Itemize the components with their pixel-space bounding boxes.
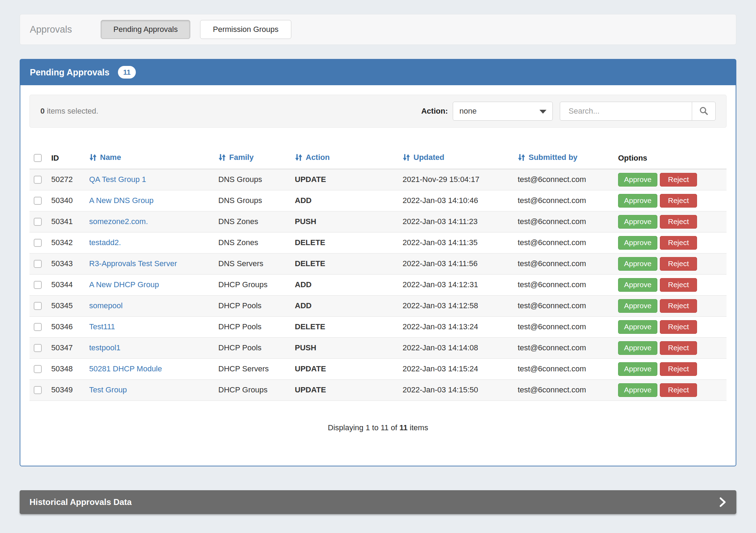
reject-button[interactable]: Reject bbox=[660, 341, 697, 355]
row-checkbox[interactable] bbox=[34, 176, 42, 184]
cell-submitted-by: test@6connect.com bbox=[515, 253, 615, 274]
row-checkbox-cell bbox=[29, 211, 48, 232]
row-checkbox-cell bbox=[29, 190, 48, 211]
cell-action: DELETE bbox=[292, 232, 400, 253]
row-checkbox[interactable] bbox=[34, 239, 42, 247]
approval-name-link[interactable]: QA Test Group 1 bbox=[89, 175, 146, 184]
row-checkbox-cell bbox=[29, 316, 48, 337]
search-input[interactable] bbox=[560, 102, 692, 121]
cell-submitted-by: test@6connect.com bbox=[515, 169, 615, 190]
table-row: 50346Test111DHCP PoolsDELETE2022-Jan-03 … bbox=[29, 316, 727, 337]
column-header-submitted-by[interactable]: Submitted by bbox=[515, 147, 615, 169]
cell-updated: 2022-Jan-03 14:12:31 bbox=[400, 274, 515, 295]
column-header-action[interactable]: Action bbox=[292, 147, 400, 169]
reject-button[interactable]: Reject bbox=[660, 173, 697, 187]
cell-family: DNS Groups bbox=[215, 190, 292, 211]
row-checkbox[interactable] bbox=[34, 197, 42, 205]
cell-action: UPDATE bbox=[292, 169, 400, 190]
reject-button[interactable]: Reject bbox=[660, 362, 697, 376]
cell-name: Test111 bbox=[86, 316, 215, 337]
cell-submitted-by: test@6connect.com bbox=[515, 232, 615, 253]
approval-name-link[interactable]: somepool bbox=[89, 301, 122, 310]
reject-button[interactable]: Reject bbox=[660, 215, 697, 229]
cell-updated: 2022-Jan-03 14:14:08 bbox=[400, 337, 515, 358]
row-checkbox[interactable] bbox=[34, 260, 42, 268]
reject-button[interactable]: Reject bbox=[660, 194, 697, 208]
cell-updated: 2022-Jan-03 14:11:56 bbox=[400, 253, 515, 274]
table-body: 50272QA Test Group 1DNS GroupsUPDATE2021… bbox=[29, 169, 727, 400]
approve-button[interactable]: Approve bbox=[618, 236, 657, 250]
approve-button[interactable]: Approve bbox=[618, 257, 657, 271]
approval-name-link[interactable]: Test111 bbox=[89, 322, 115, 331]
approval-name-link[interactable]: somezone2.com. bbox=[89, 217, 148, 226]
cell-action: ADD bbox=[292, 295, 400, 316]
cell-family: DHCP Servers bbox=[215, 358, 292, 379]
tab-permission-groups[interactable]: Permission Groups bbox=[200, 20, 291, 39]
cell-action: ADD bbox=[292, 190, 400, 211]
row-checkbox[interactable] bbox=[34, 365, 42, 373]
approve-button[interactable]: Approve bbox=[618, 278, 657, 292]
cell-options: ApproveReject bbox=[615, 337, 727, 358]
approve-button[interactable]: Approve bbox=[618, 194, 657, 208]
cell-id: 50342 bbox=[48, 232, 86, 253]
reject-button[interactable]: Reject bbox=[660, 257, 697, 271]
cell-action: UPDATE bbox=[292, 379, 400, 400]
approval-name-link[interactable]: 50281 DHCP Module bbox=[89, 364, 162, 373]
row-checkbox[interactable] bbox=[34, 323, 42, 331]
table-row: 50340A New DNS GroupDNS GroupsADD2022-Ja… bbox=[29, 190, 727, 211]
reject-button[interactable]: Reject bbox=[660, 383, 697, 397]
action-select[interactable]: none bbox=[453, 102, 553, 121]
approve-button[interactable]: Approve bbox=[618, 299, 657, 313]
search-group bbox=[560, 102, 716, 121]
column-header-id: ID bbox=[48, 147, 86, 169]
approve-button[interactable]: Approve bbox=[618, 320, 657, 334]
table-toolbar: 0 items selected. Action: none bbox=[29, 95, 727, 128]
approve-button[interactable]: Approve bbox=[618, 215, 657, 229]
row-checkbox[interactable] bbox=[34, 302, 42, 310]
cell-action: UPDATE bbox=[292, 358, 400, 379]
approval-name-link[interactable]: testadd2. bbox=[89, 238, 121, 247]
selected-items-info: 0 items selected. bbox=[40, 107, 98, 116]
cell-id: 50347 bbox=[48, 337, 86, 358]
row-checkbox-cell bbox=[29, 253, 48, 274]
search-button[interactable] bbox=[692, 102, 716, 121]
historical-approvals-bar[interactable]: Historical Approvals Data bbox=[20, 490, 736, 514]
column-header-options: Options bbox=[615, 147, 727, 169]
reject-button[interactable]: Reject bbox=[660, 299, 697, 313]
row-checkbox[interactable] bbox=[34, 386, 42, 394]
row-checkbox[interactable] bbox=[34, 281, 42, 289]
approve-button[interactable]: Approve bbox=[618, 341, 657, 355]
cell-options: ApproveReject bbox=[615, 253, 727, 274]
row-checkbox[interactable] bbox=[34, 344, 42, 352]
approve-button[interactable]: Approve bbox=[618, 383, 657, 397]
approval-name-link[interactable]: A New DNS Group bbox=[89, 196, 153, 205]
cell-id: 50343 bbox=[48, 253, 86, 274]
cell-options: ApproveReject bbox=[615, 169, 727, 190]
column-header-name[interactable]: Name bbox=[86, 147, 215, 169]
cell-options: ApproveReject bbox=[615, 232, 727, 253]
cell-family: DNS Servers bbox=[215, 253, 292, 274]
search-icon bbox=[698, 106, 709, 117]
approval-name-link[interactable]: Test Group bbox=[89, 385, 127, 394]
column-header-family[interactable]: Family bbox=[215, 147, 292, 169]
row-checkbox[interactable] bbox=[34, 218, 42, 226]
reject-button[interactable]: Reject bbox=[660, 236, 697, 250]
approval-name-link[interactable]: R3-Approvals Test Server bbox=[89, 259, 177, 268]
page: Approvals Pending Approvals Permission G… bbox=[0, 0, 756, 533]
tab-pending-approvals[interactable]: Pending Approvals bbox=[101, 20, 190, 39]
approve-button[interactable]: Approve bbox=[618, 362, 657, 376]
cell-updated: 2022-Jan-03 14:11:35 bbox=[400, 232, 515, 253]
approve-button[interactable]: Approve bbox=[618, 173, 657, 187]
reject-button[interactable]: Reject bbox=[660, 278, 697, 292]
approval-name-link[interactable]: testpool1 bbox=[89, 343, 120, 352]
column-header-updated[interactable]: Updated bbox=[400, 147, 515, 169]
cell-id: 50345 bbox=[48, 295, 86, 316]
select-all-checkbox[interactable] bbox=[34, 154, 42, 162]
row-checkbox-cell bbox=[29, 358, 48, 379]
top-bar: Approvals Pending Approvals Permission G… bbox=[20, 14, 736, 45]
approval-name-link[interactable]: A New DHCP Group bbox=[89, 280, 159, 289]
cell-options: ApproveReject bbox=[615, 358, 727, 379]
cell-options: ApproveReject bbox=[615, 190, 727, 211]
reject-button[interactable]: Reject bbox=[660, 320, 697, 334]
pagination-prefix: Displaying 1 to 11 of bbox=[328, 423, 397, 432]
